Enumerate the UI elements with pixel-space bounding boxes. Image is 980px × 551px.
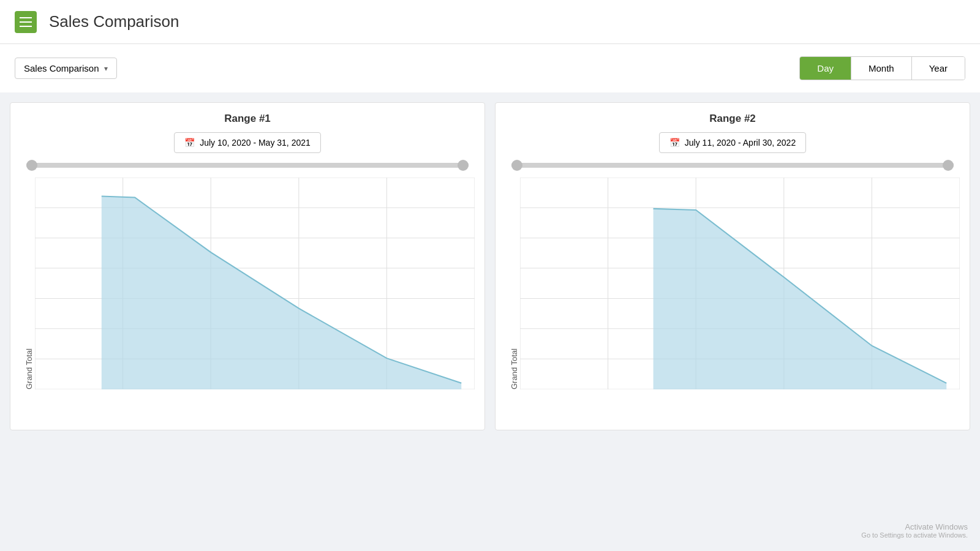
period-month-button[interactable]: Month: [851, 57, 912, 80]
chart-container-range1: Grand Total null500 null450 null400 null…: [20, 163, 475, 420]
menu-button[interactable]: [15, 11, 37, 33]
charts-area: Range #1 📅 July 10, 2020 - May 31, 2021 …: [0, 97, 980, 435]
calendar-icon-2: 📅: [669, 138, 680, 148]
toolbar: Sales Comparison ▾ Day Month Year: [0, 44, 980, 92]
period-selector: Day Month Year: [799, 56, 965, 80]
chevron-down-icon: ▾: [104, 64, 108, 73]
period-year-button[interactable]: Year: [912, 57, 965, 80]
header: Sales Comparison: [0, 0, 980, 44]
slider-track-range1: [26, 163, 469, 168]
calendar-icon: 📅: [184, 138, 195, 148]
chart-panel-range1: Range #1 📅 July 10, 2020 - May 31, 2021 …: [10, 102, 485, 430]
slider-handle-right-range2[interactable]: [943, 160, 954, 171]
chart-title-range1: Range #1: [20, 113, 475, 125]
page-title: Sales Comparison: [49, 12, 179, 31]
chart-title-range2: Range #2: [505, 113, 960, 125]
slider-handle-left-range1[interactable]: [26, 160, 37, 171]
view-selector-dropdown[interactable]: Sales Comparison ▾: [15, 58, 117, 79]
period-day-button[interactable]: Day: [800, 57, 851, 80]
chart-container-range2: Grand Total null320 null300 null280 null…: [505, 163, 960, 420]
chart-plot-range2: null320 null300 null280 null260 null240 …: [520, 178, 960, 389]
date-range-picker-range2[interactable]: 📅 July 11, 2020 - April 30, 2022: [659, 132, 806, 153]
slider-handle-right-range1[interactable]: [458, 160, 469, 171]
chart-inner-range1: Grand Total null500 null450 null400 null…: [20, 178, 475, 389]
svg-marker-29: [654, 209, 947, 389]
dropdown-label: Sales Comparison: [24, 63, 99, 73]
date-range-picker-range1[interactable]: 📅 July 10, 2020 - May 31, 2021: [174, 132, 321, 153]
date-range-label-range2: July 11, 2020 - April 30, 2022: [685, 138, 796, 148]
svg-marker-14: [102, 197, 461, 389]
y-axis-label-range1: Grand Total: [20, 178, 35, 389]
y-axis-label-range2: Grand Total: [505, 178, 520, 389]
date-range-label-range1: July 10, 2020 - May 31, 2021: [200, 138, 311, 148]
slider-track-range2: [511, 163, 954, 168]
chart-panel-range2: Range #2 📅 July 11, 2020 - April 30, 202…: [495, 102, 970, 430]
chart-inner-range2: Grand Total null320 null300 null280 null…: [505, 178, 960, 389]
chart-svg-range2: [520, 178, 960, 389]
chart-svg-range1: [35, 178, 475, 389]
slider-handle-left-range2[interactable]: [511, 160, 522, 171]
chart-plot-range1: null500 null450 null400 null350 null300 …: [35, 178, 475, 389]
